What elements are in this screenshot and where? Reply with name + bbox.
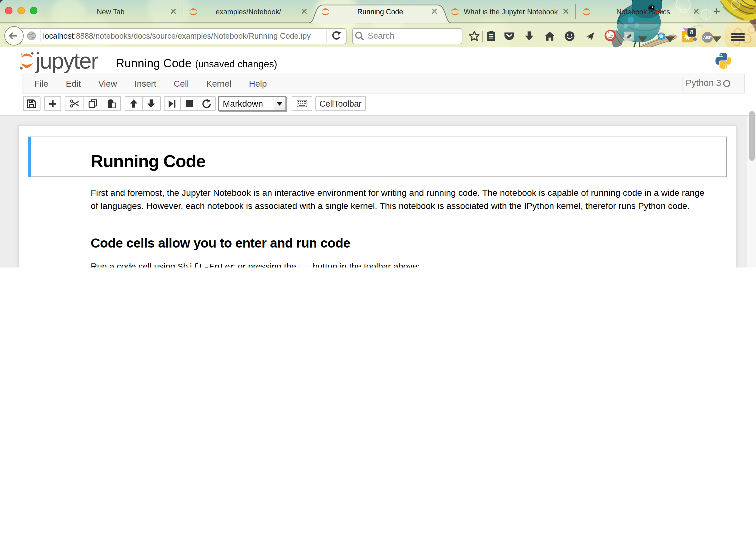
svg-text:ABP: ABP [703, 35, 712, 40]
